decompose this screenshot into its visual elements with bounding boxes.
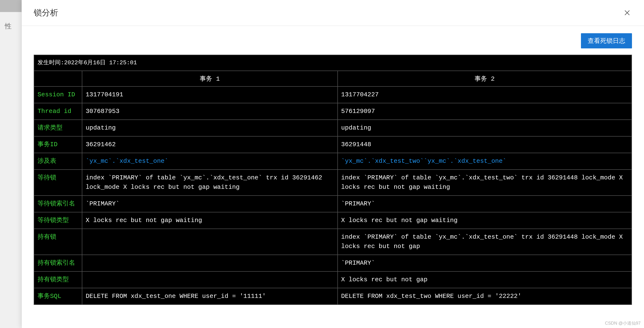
cell-tx2: X locks rec but not gap: [338, 271, 632, 288]
cell-tx2: index `PRIMARY` of table `yx_mc`.`xdx_te…: [338, 229, 632, 255]
timestamp-label: 发生时间:: [38, 60, 64, 66]
row-label: Session ID: [34, 87, 82, 103]
cell-tx1: [82, 255, 338, 271]
lock-analysis-modal: 锁分析 查看死锁日志 发生时间:2022年6月16日 17:25:01 事务 1…: [22, 0, 644, 328]
row-label: Thread id: [34, 103, 82, 120]
cell-tx2: index `PRIMARY` of table `yx_mc`.`xdx_te…: [338, 170, 632, 196]
cell-tx2: DELETE FROM xdx_test_two WHERE user_id =…: [338, 288, 632, 305]
view-deadlock-log-button[interactable]: 查看死锁日志: [581, 33, 632, 48]
table-row: 持有锁index `PRIMARY` of table `yx_mc`.`xdx…: [34, 229, 632, 255]
cell-tx1: `PRIMARY`: [82, 196, 338, 212]
table-header-row: 事务 1 事务 2: [34, 71, 632, 87]
table-row: Session ID13177041911317704227: [34, 87, 632, 103]
table-row: 等待锁索引名`PRIMARY``PRIMARY`: [34, 196, 632, 212]
modal-actions: 查看死锁日志: [34, 33, 632, 48]
col-blank: [34, 71, 82, 87]
sidebar: 性: [0, 12, 22, 328]
row-label: 等待锁索引名: [34, 196, 82, 212]
timestamp-value: 2022年6月16日 17:25:01: [64, 60, 137, 66]
table-row: 持有锁类型X locks rec but not gap: [34, 271, 632, 288]
table-row: 持有锁索引名`PRIMARY`: [34, 255, 632, 271]
cell-tx2: X locks rec but not gap waiting: [338, 212, 632, 229]
cell-tx2: 1317704227: [338, 87, 632, 103]
table-row: 等待锁类型X locks rec but not gap waitingX lo…: [34, 212, 632, 229]
cell-tx2: `PRIMARY`: [338, 255, 632, 271]
modal-header: 锁分析: [22, 0, 644, 26]
close-icon: [624, 10, 630, 16]
cell-tx1: X locks rec but not gap waiting: [82, 212, 338, 229]
cell-tx1: `yx_mc`.`xdx_test_one`: [82, 153, 338, 170]
cell-tx1: 36291462: [82, 136, 338, 153]
deadlock-table: 发生时间:2022年6月16日 17:25:01 事务 1 事务 2 Sessi…: [34, 55, 632, 305]
table-row: 事务ID3629146236291448: [34, 136, 632, 153]
close-button[interactable]: [622, 8, 632, 18]
table-row: 涉及表`yx_mc`.`xdx_test_one``yx_mc`.`xdx_te…: [34, 153, 632, 170]
row-label: 涉及表: [34, 153, 82, 170]
cell-tx2: 36291448: [338, 136, 632, 153]
row-label: 等待锁: [34, 170, 82, 196]
cell-tx1: [82, 229, 338, 255]
table-row: 事务SQLDELETE FROM xdx_test_one WHERE user…: [34, 288, 632, 305]
cell-tx1: 307687953: [82, 103, 338, 120]
col-tx2: 事务 2: [338, 71, 632, 87]
cell-tx1: updating: [82, 120, 338, 136]
cell-tx1: [82, 271, 338, 288]
cell-tx2: `yx_mc`.`xdx_test_two``yx_mc`.`xdx_test_…: [338, 153, 632, 170]
table-row: 请求类型updatingupdating: [34, 120, 632, 136]
cell-tx1: index `PRIMARY` of table `yx_mc`.`xdx_te…: [82, 170, 338, 196]
watermark: CSDN @小道仙97: [605, 320, 641, 326]
timestamp-row: 发生时间:2022年6月16日 17:25:01: [34, 55, 632, 71]
cell-tx1: DELETE FROM xdx_test_one WHERE user_id =…: [82, 288, 338, 305]
table-row: Thread id307687953576129097: [34, 103, 632, 120]
cell-tx1: 1317704191: [82, 87, 338, 103]
modal-body: 查看死锁日志 发生时间:2022年6月16日 17:25:01 事务 1 事务 …: [22, 26, 644, 328]
row-label: 等待锁类型: [34, 212, 82, 229]
row-label: 持有锁类型: [34, 271, 82, 288]
cell-tx2: 576129097: [338, 103, 632, 120]
table-row: 等待锁index `PRIMARY` of table `yx_mc`.`xdx…: [34, 170, 632, 196]
modal-title: 锁分析: [34, 7, 58, 18]
row-label: 持有锁: [34, 229, 82, 255]
row-label: 事务ID: [34, 136, 82, 153]
sidebar-tab[interactable]: 性: [0, 12, 22, 41]
row-label: 事务SQL: [34, 288, 82, 305]
row-label: 持有锁索引名: [34, 255, 82, 271]
col-tx1: 事务 1: [82, 71, 338, 87]
cell-tx2: `PRIMARY`: [338, 196, 632, 212]
row-label: 请求类型: [34, 120, 82, 136]
cell-tx2: updating: [338, 120, 632, 136]
